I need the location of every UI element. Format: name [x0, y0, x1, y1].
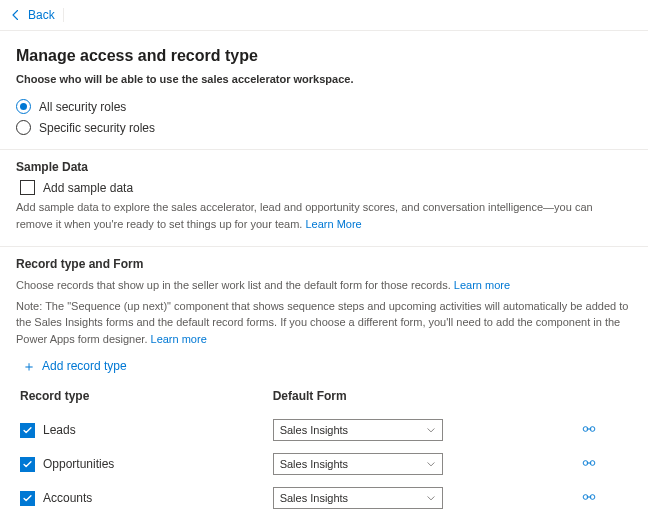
recordtype-help1-body: Choose records that show up in the selle… [16, 279, 454, 291]
recordtype-learn-more1-link[interactable]: Learn more [454, 279, 510, 291]
arrow-left-icon [10, 9, 22, 21]
chevron-down-icon [426, 425, 436, 435]
chevron-down-icon [426, 459, 436, 469]
section-divider [0, 149, 648, 150]
top-bar: Back [0, 0, 648, 31]
record-type-checkbox[interactable]: Leads [20, 423, 265, 438]
col-record-type: Record type [16, 383, 269, 413]
recordtype-help2: Note: The "Sequence (up next)" component… [16, 298, 632, 348]
recordtype-help1: Choose records that show up in the selle… [16, 277, 632, 294]
radio-label: All security roles [39, 100, 126, 114]
select-value: Sales Insights [280, 424, 348, 436]
record-type-checkbox[interactable]: Accounts [20, 491, 265, 506]
chevron-down-icon [426, 493, 436, 503]
page-subtitle: Choose who will be able to use the sales… [16, 73, 632, 85]
link-icon[interactable] [582, 457, 596, 469]
add-sample-checkbox[interactable]: Add sample data [20, 180, 632, 195]
back-button[interactable]: Back [10, 8, 55, 22]
sample-data-title: Sample Data [16, 160, 632, 174]
add-record-type-button[interactable]: ＋ Add record type [22, 359, 127, 373]
link-icon[interactable] [582, 423, 596, 435]
checkbox-icon [20, 491, 35, 506]
record-type-label: Opportunities [43, 457, 114, 471]
recordtype-help2-body: Note: The "Sequence (up next)" component… [16, 300, 628, 345]
recordtype-learn-more2-link[interactable]: Learn more [151, 333, 207, 345]
record-type-table: Record type Default Form LeadsSales Insi… [16, 383, 632, 511]
page-content: Manage access and record type Choose who… [0, 31, 648, 511]
default-form-select[interactable]: Sales Insights [273, 453, 443, 475]
default-form-select[interactable]: Sales Insights [273, 487, 443, 509]
page-title: Manage access and record type [16, 47, 632, 65]
select-value: Sales Insights [280, 458, 348, 470]
record-type-checkbox[interactable]: Opportunities [20, 457, 265, 472]
checkbox-icon [20, 180, 35, 195]
radio-icon [16, 99, 31, 114]
checkbox-label: Add sample data [43, 181, 133, 195]
checkbox-icon [20, 457, 35, 472]
record-type-label: Accounts [43, 491, 92, 505]
radio-specific-roles[interactable]: Specific security roles [16, 120, 632, 135]
sample-learn-more-link[interactable]: Learn More [305, 218, 361, 230]
table-row: OpportunitiesSales Insights [16, 447, 632, 481]
plus-icon: ＋ [22, 359, 36, 373]
table-row: LeadsSales Insights [16, 413, 632, 447]
radio-label: Specific security roles [39, 121, 155, 135]
sample-help-text: Add sample data to explore the sales acc… [16, 199, 632, 232]
col-default-form: Default Form [269, 383, 578, 413]
back-label: Back [28, 8, 55, 22]
radio-all-roles[interactable]: All security roles [16, 99, 632, 114]
separator [63, 8, 64, 22]
recordtype-title: Record type and Form [16, 257, 632, 271]
record-type-label: Leads [43, 423, 76, 437]
default-form-select[interactable]: Sales Insights [273, 419, 443, 441]
add-record-type-label: Add record type [42, 359, 127, 373]
radio-icon [16, 120, 31, 135]
link-icon[interactable] [582, 491, 596, 503]
table-row: AccountsSales Insights [16, 481, 632, 511]
select-value: Sales Insights [280, 492, 348, 504]
section-divider [0, 246, 648, 247]
checkbox-icon [20, 423, 35, 438]
